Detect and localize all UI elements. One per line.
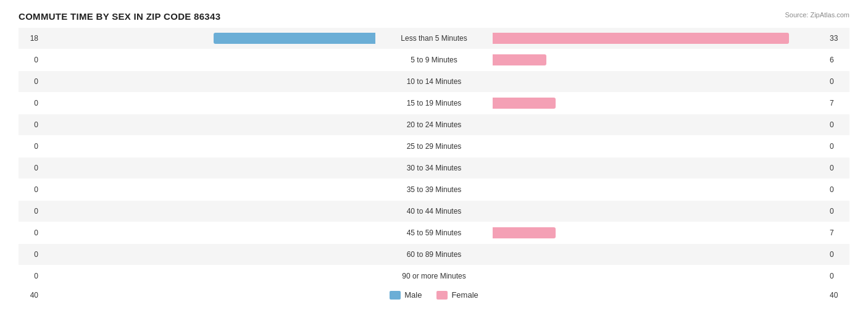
- male-side: [42, 30, 375, 46]
- female-side: [493, 138, 826, 154]
- row-label: 90 or more Minutes: [375, 272, 493, 280]
- female-side: [493, 225, 826, 241]
- female-value: 33: [826, 34, 849, 43]
- axis-left-val: 40: [19, 291, 42, 300]
- female-side: [493, 160, 826, 176]
- bar-pair: 10 to 14 Minutes: [42, 73, 826, 90]
- source-label: Source: ZipAtlas.com: [785, 11, 849, 19]
- female-side: [493, 182, 826, 198]
- male-side: [42, 52, 375, 68]
- chart-row: 0 35 to 39 Minutes 0: [19, 179, 849, 200]
- row-label: Less than 5 Minutes: [375, 34, 493, 43]
- bars-center: 90 or more Minutes: [42, 266, 826, 287]
- male-side: [42, 203, 375, 219]
- bar-pair: 60 to 89 Minutes: [42, 246, 826, 262]
- bars-center: 15 to 19 Minutes: [42, 93, 826, 114]
- male-side: [42, 160, 375, 176]
- bars-center: 5 to 9 Minutes: [42, 49, 826, 70]
- female-swatch: [436, 291, 448, 300]
- row-label: 20 to 24 Minutes: [375, 120, 493, 129]
- female-value: 0: [826, 164, 849, 172]
- female-value: 7: [826, 99, 849, 107]
- male-side: [42, 225, 375, 241]
- male-swatch: [390, 291, 401, 300]
- chart-row: 0 60 to 89 Minutes 0: [19, 244, 849, 265]
- male-side: [42, 268, 375, 284]
- row-label: 30 to 34 Minutes: [375, 164, 493, 172]
- bar-pair: 30 to 34 Minutes: [42, 160, 826, 176]
- bar-pair: 40 to 44 Minutes: [42, 203, 826, 219]
- male-value: 0: [19, 207, 42, 216]
- male-side: [42, 73, 375, 90]
- female-value: 6: [826, 56, 849, 64]
- legend-male: Male: [390, 290, 422, 300]
- male-value: 0: [19, 142, 42, 151]
- bars-center: Less than 5 Minutes: [42, 28, 826, 49]
- male-value: 0: [19, 164, 42, 172]
- chart-row: 0 30 to 34 Minutes 0: [19, 157, 849, 178]
- female-bar: [493, 98, 556, 109]
- female-side: [493, 30, 826, 46]
- male-value: 0: [19, 272, 42, 280]
- female-value: 0: [826, 185, 849, 194]
- row-label: 60 to 89 Minutes: [375, 250, 493, 259]
- female-value: 7: [826, 229, 849, 237]
- female-value: 0: [826, 250, 849, 259]
- female-side: [493, 203, 826, 219]
- bars-center: 30 to 34 Minutes: [42, 157, 826, 178]
- male-side: [42, 117, 375, 133]
- chart-row: 0 15 to 19 Minutes 7: [19, 93, 849, 114]
- male-value: 0: [19, 120, 42, 129]
- row-label: 45 to 59 Minutes: [375, 229, 493, 237]
- chart-title: COMMUTE TIME BY SEX IN ZIP CODE 86343: [19, 11, 849, 22]
- axis-center: Male Female: [42, 290, 826, 300]
- legend: Male Female: [390, 290, 478, 300]
- bars-center: 10 to 14 Minutes: [42, 71, 826, 92]
- bar-pair: 25 to 29 Minutes: [42, 138, 826, 154]
- chart-row: 0 10 to 14 Minutes 0: [19, 71, 849, 92]
- bar-pair: 90 or more Minutes: [42, 268, 826, 284]
- male-side: [42, 182, 375, 198]
- bars-center: 20 to 24 Minutes: [42, 114, 826, 135]
- male-value: 0: [19, 185, 42, 194]
- female-bar: [493, 54, 546, 65]
- row-label: 25 to 29 Minutes: [375, 142, 493, 151]
- row-label: 35 to 39 Minutes: [375, 185, 493, 194]
- chart-row: 0 5 to 9 Minutes 6: [19, 49, 849, 70]
- chart-row: 0 25 to 29 Minutes 0: [19, 136, 849, 157]
- male-value: 0: [19, 56, 42, 64]
- bar-pair: 5 to 9 Minutes: [42, 52, 826, 68]
- bar-pair: Less than 5 Minutes: [42, 30, 826, 46]
- axis-right-val: 40: [826, 291, 849, 300]
- bar-pair: 35 to 39 Minutes: [42, 182, 826, 198]
- female-bar: [493, 227, 556, 238]
- chart-container: COMMUTE TIME BY SEX IN ZIP CODE 86343 So…: [0, 0, 868, 323]
- female-side: [493, 52, 826, 68]
- chart-row: 18 Less than 5 Minutes 33: [19, 28, 849, 49]
- female-value: 0: [826, 272, 849, 280]
- male-value: 0: [19, 250, 42, 259]
- chart-row: 0 90 or more Minutes 0: [19, 266, 849, 287]
- male-side: [42, 246, 375, 262]
- female-value: 0: [826, 120, 849, 129]
- female-value: 0: [826, 207, 849, 216]
- bars-center: 45 to 59 Minutes: [42, 222, 826, 243]
- male-value: 0: [19, 77, 42, 86]
- male-value: 0: [19, 99, 42, 107]
- legend-female: Female: [436, 290, 478, 300]
- chart-row: 0 45 to 59 Minutes 7: [19, 222, 849, 243]
- bar-pair: 45 to 59 Minutes: [42, 225, 826, 241]
- bar-pair: 15 to 19 Minutes: [42, 95, 826, 111]
- bars-center: 35 to 39 Minutes: [42, 179, 826, 200]
- female-value: 0: [826, 142, 849, 151]
- female-side: [493, 246, 826, 262]
- female-side: [493, 95, 826, 111]
- male-bar: [214, 33, 375, 44]
- female-side: [493, 73, 826, 90]
- male-value: 0: [19, 229, 42, 237]
- male-label: Male: [404, 290, 422, 300]
- female-side: [493, 268, 826, 284]
- chart-row: 0 40 to 44 Minutes 0: [19, 201, 849, 222]
- female-value: 0: [826, 77, 849, 86]
- female-side: [493, 117, 826, 133]
